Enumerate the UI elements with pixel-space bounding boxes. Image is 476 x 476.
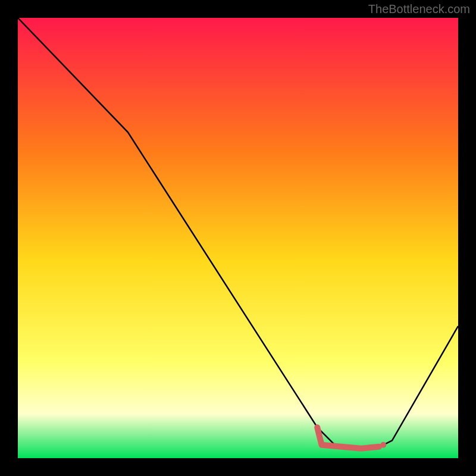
gradient-background bbox=[18, 18, 458, 458]
dot-1 bbox=[367, 444, 373, 450]
bottleneck-chart bbox=[18, 18, 458, 458]
watermark-text: TheBottleneck.com bbox=[368, 2, 470, 16]
chart-frame bbox=[18, 18, 458, 458]
dot-2 bbox=[380, 442, 386, 448]
